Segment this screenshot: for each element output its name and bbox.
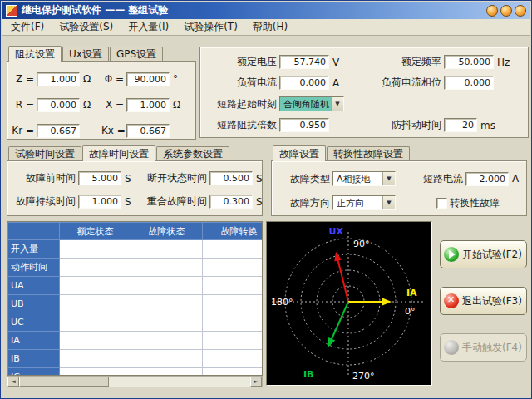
- phi-input[interactable]: 90.000: [126, 72, 170, 86]
- table-row: UB: [8, 295, 264, 313]
- exit-icon: [444, 293, 459, 308]
- short-circuit-start-combo[interactable]: 合闸角随机 ▼: [279, 96, 344, 111]
- open-state-time-input[interactable]: 0.500: [209, 171, 253, 185]
- load-current-label: 负荷电流: [205, 76, 277, 90]
- client-area: 阻抗设置 Ux设置 GPS设置 Z = 1.000 Ω Φ = 90.000 °…: [2, 37, 530, 397]
- start-icon: [444, 247, 459, 262]
- scroll-left-icon[interactable]: ◄: [7, 377, 19, 387]
- table-cell: [131, 259, 203, 277]
- pre-fault-time-input[interactable]: 5.000: [78, 171, 121, 185]
- load-current-input[interactable]: 0.000: [279, 76, 329, 90]
- impedance-panel-tabs: 阻抗设置 Ux设置 GPS设置: [7, 45, 196, 61]
- table-cell: [60, 313, 131, 332]
- kx-input[interactable]: 0.667: [126, 124, 170, 138]
- tab-test-time-settings[interactable]: 试验时间设置: [8, 146, 81, 160]
- voltage-vector: [332, 251, 352, 303]
- start-test-button[interactable]: 开始试验(F2): [440, 240, 527, 268]
- tab-impedance-settings[interactable]: 阻抗设置: [8, 46, 62, 62]
- table-cell: [203, 240, 264, 259]
- titlebar: 继电保护测试软件 —— 整组试验: [2, 2, 530, 19]
- dropdown-arrow-icon[interactable]: ▼: [382, 196, 395, 209]
- close-button[interactable]: [515, 5, 526, 17]
- tab-fault-settings[interactable]: 故障设置: [273, 145, 326, 161]
- reclose-fault-time-input[interactable]: 0.300: [209, 195, 253, 209]
- time-panel: 试验时间设置 故障时间设置 系统参数设置 故障前时间 5.000 S 断开状态时…: [7, 145, 263, 216]
- app-icon: [6, 5, 17, 17]
- table-row: UA: [8, 277, 264, 295]
- column-header-fault-transfer: 故障转换: [203, 223, 264, 240]
- short-circuit-current-input[interactable]: 2.000: [466, 172, 509, 186]
- fault-direction-combo[interactable]: 正方向 ▼: [332, 195, 396, 210]
- phasor-vectors: [324, 251, 392, 349]
- rated-voltage-input[interactable]: 57.740: [279, 55, 329, 69]
- manual-trigger-button[interactable]: 手动触发(F4): [440, 333, 527, 362]
- table-cell: [131, 368, 203, 377]
- table-row: UC: [8, 313, 264, 332]
- table-row-header: IB: [8, 350, 60, 368]
- impedance-multiple-input[interactable]: 0.950: [279, 118, 329, 132]
- load-current-phase-input[interactable]: 0.000: [444, 76, 494, 90]
- open-state-time-unit: S: [255, 173, 263, 185]
- tab-fault-time-settings[interactable]: 故障时间设置: [82, 145, 155, 161]
- manual-trigger-icon: [444, 340, 459, 355]
- menu-item-test-operation[interactable]: 试验操作(T): [176, 18, 245, 36]
- open-state-time-label: 断开状态时间: [137, 171, 207, 185]
- scroll-thumb[interactable]: [19, 377, 109, 387]
- minimize-button[interactable]: [486, 5, 498, 17]
- menu-item-binary-input[interactable]: 开入量(I): [121, 18, 176, 36]
- phasor-plot: UX 90° IA 0° 180° 270° IB: [267, 222, 431, 385]
- table-cell: [203, 295, 264, 313]
- dropdown-arrow-icon[interactable]: ▼: [331, 97, 343, 111]
- table-cell: [203, 368, 264, 377]
- table-cell: [60, 240, 131, 259]
- table-cell: [60, 277, 131, 295]
- column-header-fault-state: 故障状态: [131, 223, 203, 240]
- menu-item-file[interactable]: 文件(F): [3, 18, 52, 36]
- deg-180-label: 180°: [271, 297, 293, 308]
- fault-duration-input[interactable]: 1.000: [78, 195, 121, 209]
- table-cell: [131, 332, 203, 350]
- table-header-row: 额定状态 故障状态 故障转换: [8, 223, 264, 240]
- deg-90-label: 90°: [353, 239, 370, 249]
- ia-vector: [348, 298, 392, 306]
- debounce-time-input[interactable]: 20: [444, 118, 477, 132]
- fault-panel-tabs: 故障设置 转换性故障设置: [271, 145, 527, 160]
- table-cell: [131, 240, 203, 259]
- result-table: 额定状态 故障状态 故障转换 开入量 动作时间 UA UB UC IA IB I…: [7, 221, 263, 376]
- x-unit: Ω: [172, 99, 180, 111]
- table-row: 动作时间: [8, 259, 264, 277]
- maximize-button[interactable]: [500, 5, 512, 17]
- table-row: IB: [8, 350, 264, 368]
- scroll-right-icon[interactable]: ►: [250, 377, 262, 387]
- rated-frequency-label: 额定频率: [372, 55, 441, 69]
- menu-item-help[interactable]: 帮助(H): [245, 18, 295, 36]
- tab-gps-settings[interactable]: GPS设置: [110, 47, 163, 61]
- tab-ux-settings[interactable]: Ux设置: [62, 47, 109, 61]
- tab-convertible-fault-settings[interactable]: 转换性故障设置: [327, 146, 410, 160]
- table-hscrollbar[interactable]: ◄ ►: [7, 376, 263, 387]
- fault-direction-value: 正方向: [333, 196, 382, 209]
- fault-type-combo[interactable]: A相接地 ▼: [332, 171, 396, 186]
- phi-label: Φ =: [101, 73, 124, 85]
- table-cell: [131, 295, 203, 313]
- short-circuit-start-value: 合闸角随机: [280, 97, 331, 111]
- exit-test-button[interactable]: 退出试验(F3): [440, 287, 527, 315]
- short-circuit-current-unit: A: [511, 173, 519, 185]
- fault-type-label: 故障类型: [277, 172, 330, 186]
- z-input[interactable]: 1.000: [37, 72, 80, 86]
- rated-frequency-input[interactable]: 50.000: [444, 55, 494, 69]
- phi-unit: °: [172, 73, 178, 85]
- load-current-phase-label: 负荷电流相位: [372, 76, 441, 90]
- menu-item-test-settings[interactable]: 试验设置(S): [52, 18, 121, 36]
- dropdown-arrow-icon[interactable]: ▼: [382, 172, 395, 185]
- table-cell: [60, 332, 131, 350]
- r-input[interactable]: 0.000: [37, 98, 80, 112]
- table-cell: [203, 277, 264, 295]
- table-row: IA: [8, 332, 264, 350]
- tab-system-params-settings[interactable]: 系统参数设置: [156, 146, 229, 160]
- kr-input[interactable]: 0.667: [37, 124, 80, 138]
- x-input[interactable]: 1.000: [126, 98, 170, 112]
- convertible-fault-checkbox[interactable]: [436, 198, 447, 209]
- r-unit: Ω: [82, 99, 91, 111]
- table-cell: [203, 259, 264, 277]
